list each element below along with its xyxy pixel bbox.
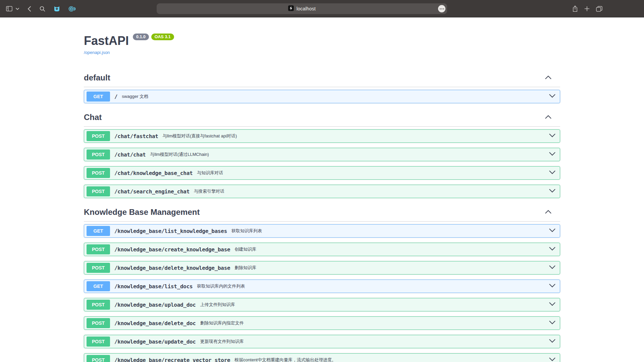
api-section: Knowledge Base Management GET /knowledge… (84, 203, 560, 362)
swagger-page: FastAPI 0.1.0 OAS 3.1 /openapi.json defa… (0, 17, 644, 362)
section-collapse-button[interactable] (545, 209, 552, 215)
operation-row[interactable]: GET /knowledge_base/list_docs 获取知识库内的文件列… (84, 280, 560, 293)
operation-row[interactable]: GET / swagger 文档 (84, 90, 560, 103)
operation-expand-button[interactable] (548, 339, 556, 344)
chevron-up-icon (545, 210, 552, 215)
operation-path: /knowledge_base/delete_knowledge_base (114, 265, 230, 271)
operation-expand-button[interactable] (548, 189, 556, 194)
chevron-down-icon (16, 8, 19, 10)
section-title: default (84, 73, 110, 82)
operation-row[interactable]: POST /chat/fastchat 与llm模型对话(直接与fastchat… (84, 129, 560, 143)
operation-row[interactable]: GET /knowledge_base/list_knowledge_bases… (84, 224, 560, 238)
operation-path: /knowledge_base/update_doc (114, 339, 196, 345)
page-options-button[interactable] (438, 5, 445, 12)
method-badge: POST (87, 149, 110, 160)
openapi-spec-link[interactable]: /openapi.json (84, 50, 110, 55)
url-text: localhost (297, 6, 316, 11)
operation-path: /knowledge_base/delete_doc (114, 320, 196, 326)
ellipsis-icon (440, 8, 444, 9)
chevron-down-icon (549, 229, 556, 234)
chevron-down-icon (549, 265, 556, 270)
operation-path: /knowledge_base/upload_doc (114, 302, 196, 308)
operation-expand-button[interactable] (548, 247, 556, 252)
operation-path: /chat/search_engine_chat (114, 188, 190, 195)
operation-row[interactable]: POST /knowledge_base/delete_knowledge_ba… (84, 261, 560, 275)
operation-row[interactable]: POST /knowledge_base/create_knowledge_ba… (84, 243, 560, 256)
operation-expand-button[interactable] (548, 228, 556, 234)
sidebar-icon (6, 6, 12, 11)
operation-row[interactable]: POST /knowledge_base/delete_doc 删除知识库内指定… (84, 316, 560, 330)
method-badge: POST (87, 318, 110, 328)
method-badge: POST (87, 244, 110, 254)
search-button[interactable] (39, 5, 46, 12)
api-section: default GET / swagger 文档 (84, 69, 560, 103)
operation-expand-button[interactable] (548, 133, 556, 139)
method-badge: POST (87, 337, 110, 347)
operation-description: 根据content中文档重建向量库，流式输出处理进度。 (234, 357, 336, 362)
address-bar[interactable]: localhost (157, 3, 447, 14)
site-favicon-icon (288, 5, 294, 12)
chevron-down-icon (549, 339, 556, 344)
api-title-row: FastAPI 0.1.0 OAS 3.1 (84, 34, 560, 48)
method-badge: POST (87, 186, 110, 196)
section-title: Chat (84, 113, 102, 122)
ripple-star-extension-icon (68, 6, 75, 12)
operation-row[interactable]: POST /chat/knowledge_base_chat 与知识库对话 (84, 166, 560, 180)
browser-toolbar: localhost (0, 0, 644, 17)
share-button[interactable] (572, 5, 579, 13)
chevron-down-icon (549, 358, 556, 362)
section-header[interactable]: Chat (84, 108, 560, 127)
operation-path: /knowledge_base/list_knowledge_bases (114, 228, 227, 234)
operation-expand-button[interactable] (548, 170, 556, 176)
operation-expand-button[interactable] (548, 152, 556, 157)
tab-overview-button[interactable] (595, 5, 603, 12)
operation-description: 更新现有文件到知识库 (200, 339, 244, 345)
oas-badge: OAS 3.1 (151, 34, 174, 40)
operation-expand-button[interactable] (548, 302, 556, 307)
extension-shield-button[interactable] (53, 5, 61, 13)
operation-description: 与llm模型对话(通过LLMChain) (150, 152, 209, 158)
section-title: Knowledge Base Management (84, 208, 200, 217)
method-badge: GET (87, 92, 110, 102)
section-collapse-button[interactable] (545, 115, 552, 120)
operation-expand-button[interactable] (548, 320, 556, 326)
operation-expand-button[interactable] (548, 94, 556, 99)
operation-description: 与llm模型对话(直接与fastchat api对话) (163, 133, 237, 139)
operation-description: 删除知识库 (234, 265, 256, 271)
extension-ripple-button[interactable] (68, 5, 76, 13)
version-badge: 0.1.0 (133, 34, 149, 40)
chevron-down-icon (549, 171, 556, 176)
section-header[interactable]: Knowledge Base Management (84, 203, 560, 222)
operation-path: /chat/chat (114, 152, 146, 158)
chevron-down-icon (549, 284, 556, 289)
plus-icon (584, 6, 590, 11)
operation-row[interactable]: POST /knowledge_base/recreate_vector_sto… (84, 353, 560, 362)
operation-description: 与知识库对话 (197, 170, 223, 176)
chevron-down-icon (549, 302, 556, 307)
operation-description: 获取知识库内的文件列表 (197, 283, 245, 289)
section-collapse-button[interactable] (545, 75, 552, 80)
operation-expand-button[interactable] (548, 265, 556, 270)
sidebar-options-button[interactable] (15, 7, 20, 11)
chevron-down-icon (549, 189, 556, 194)
operation-expand-button[interactable] (548, 284, 556, 289)
search-icon (40, 6, 45, 12)
operation-expand-button[interactable] (548, 357, 556, 362)
chevron-left-icon (28, 6, 31, 12)
section-header[interactable]: default (84, 69, 560, 87)
operation-row[interactable]: POST /knowledge_base/upload_doc 上传文件到知识库 (84, 298, 560, 311)
sidebar-toggle-button[interactable] (5, 5, 13, 12)
back-button[interactable] (27, 5, 32, 12)
method-badge: POST (87, 131, 110, 141)
new-tab-button[interactable] (584, 5, 590, 12)
operation-path: /chat/knowledge_base_chat (114, 170, 193, 176)
shield-download-extension-icon (54, 6, 60, 12)
operation-row[interactable]: POST /chat/chat 与llm模型对话(通过LLMChain) (84, 148, 560, 161)
operation-row[interactable]: POST /knowledge_base/update_doc 更新现有文件到知… (84, 335, 560, 348)
method-badge: POST (87, 355, 110, 362)
api-info: FastAPI 0.1.0 OAS 3.1 /openapi.json (84, 34, 560, 55)
share-icon (572, 5, 578, 12)
api-section: Chat POST /chat/fastchat 与llm模型对话(直接与fas… (84, 108, 560, 198)
operation-row[interactable]: POST /chat/search_engine_chat 与搜索引擎对话 (84, 185, 560, 198)
section-rows: GET /knowledge_base/list_knowledge_bases… (84, 222, 560, 362)
